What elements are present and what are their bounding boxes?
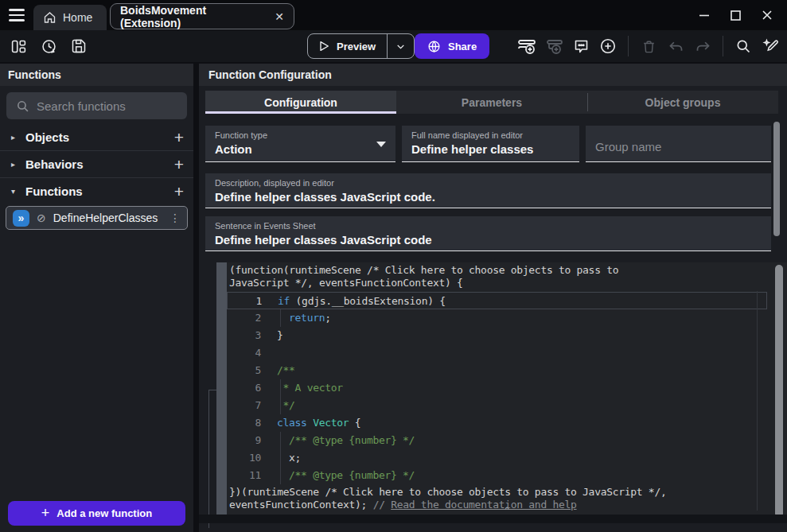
code-line-1[interactable]: 1if (gdjs.__boidsExtension) { bbox=[227, 292, 767, 309]
editor-scrollbar[interactable] bbox=[775, 265, 783, 518]
save-icon[interactable] bbox=[68, 36, 89, 56]
collapsed-arrow-icon[interactable]: ▸ bbox=[11, 133, 22, 142]
code-line-9[interactable]: 9 /** @type {number} */ bbox=[227, 432, 787, 449]
line-number: 5 bbox=[227, 362, 261, 379]
sidebar-title: Functions bbox=[8, 68, 61, 81]
configuration-form: Function type Action Full name displayed… bbox=[199, 119, 787, 259]
description-field[interactable]: Description, displayed in editor Define … bbox=[205, 173, 771, 208]
window-maximize-icon[interactable] bbox=[731, 10, 741, 21]
search-icon bbox=[16, 99, 29, 113]
tab-object-groups[interactable]: Object groups bbox=[587, 91, 778, 114]
add-new-function-button[interactable]: + Add a new function bbox=[8, 501, 185, 526]
line-number: 8 bbox=[227, 414, 261, 432]
window-controls bbox=[699, 0, 787, 30]
add-subevent-icon[interactable] bbox=[543, 36, 564, 56]
function-list-item-selected[interactable]: » ⊘ DefineHelperClasses ⋮ bbox=[6, 206, 188, 230]
functions-sidebar: Functions Search functions ▸ Objects + ▸… bbox=[0, 64, 193, 532]
function-type-select[interactable]: Function type Action bbox=[205, 126, 395, 162]
search-functions-input[interactable]: Search functions bbox=[6, 92, 187, 119]
plus-icon: + bbox=[41, 505, 50, 522]
home-icon bbox=[43, 11, 56, 24]
window-minimize-icon[interactable] bbox=[699, 10, 710, 21]
add-function-button[interactable]: + bbox=[174, 183, 184, 200]
sentence-field[interactable]: Sentence in Events Sheet Define helper c… bbox=[205, 216, 771, 251]
chevron-down-icon bbox=[395, 41, 406, 52]
indent-guide bbox=[280, 432, 281, 449]
indent-guide bbox=[280, 397, 281, 414]
preview-button-label: Preview bbox=[337, 41, 376, 52]
preview-options-button[interactable] bbox=[388, 34, 414, 58]
search-placeholder: Search functions bbox=[37, 99, 126, 113]
line-number: 4 bbox=[227, 344, 261, 362]
events-sheet-code-event: (function(runtimeScene /* Click here to … bbox=[199, 262, 787, 523]
tab-boidsmovement[interactable]: BoidsMovement (Extension) ✕ bbox=[110, 3, 294, 29]
indent-guide bbox=[280, 449, 281, 467]
add-object-button[interactable]: + bbox=[174, 129, 184, 146]
private-function-icon: ⊘ bbox=[37, 212, 46, 224]
javascript-code-editor[interactable]: (function(runtimeScene /* Click here to … bbox=[227, 262, 787, 523]
search-icon[interactable] bbox=[733, 36, 754, 56]
globe-icon bbox=[427, 40, 441, 53]
add-comment-icon[interactable] bbox=[571, 36, 591, 56]
tab-active-label: BoidsMovement (Extension) bbox=[120, 4, 267, 29]
open-panels-icon[interactable] bbox=[8, 36, 29, 56]
tab-parameters[interactable]: Parameters bbox=[396, 91, 587, 114]
tab-close-icon[interactable]: ✕ bbox=[275, 10, 284, 23]
code-line-5[interactable]: 5/** bbox=[227, 362, 787, 379]
indent-guide bbox=[280, 467, 281, 484]
code-wrapper-header[interactable]: (function(runtimeScene /* Click here to … bbox=[227, 262, 787, 289]
code-line-6[interactable]: 6 * A vector bbox=[227, 379, 787, 397]
redo-icon[interactable] bbox=[692, 36, 713, 56]
indent-guide bbox=[280, 379, 281, 397]
group-name-field[interactable]: Group name bbox=[586, 126, 771, 162]
tab-configuration[interactable]: Configuration bbox=[205, 91, 396, 114]
undo-icon[interactable] bbox=[665, 36, 686, 56]
preview-button[interactable]: Preview bbox=[308, 34, 387, 58]
sidebar-section-behaviors[interactable]: ▸ Behaviors + bbox=[0, 151, 193, 177]
window-close-icon[interactable] bbox=[762, 10, 773, 21]
kebab-menu-icon[interactable]: ⋮ bbox=[169, 212, 181, 224]
function-configuration-panel: Function Configuration Configuration Par… bbox=[199, 64, 787, 532]
delete-icon[interactable] bbox=[638, 36, 659, 56]
line-number: 3 bbox=[227, 327, 261, 344]
app-window: Home BoidsMovement (Extension) ✕ bbox=[0, 0, 787, 532]
code-lines[interactable]: 1if (gdjs.__boidsExtension) {2 return;3}… bbox=[227, 292, 787, 484]
share-button[interactable]: Share bbox=[415, 33, 489, 59]
main-menu-button[interactable] bbox=[6, 6, 27, 25]
full-name-field[interactable]: Full name displayed in editor Define hel… bbox=[402, 126, 579, 162]
code-line-3[interactable]: 3} bbox=[227, 327, 787, 344]
function-item-label: DefineHelperClasses bbox=[53, 212, 158, 224]
code-line-4[interactable]: 4 bbox=[227, 344, 787, 362]
sidebar-header: Functions bbox=[0, 64, 193, 86]
expanded-arrow-icon[interactable]: ▾ bbox=[11, 187, 22, 196]
preview-button-group: Preview bbox=[307, 33, 415, 59]
line-number: 7 bbox=[227, 397, 261, 414]
indent-guide bbox=[280, 309, 281, 327]
collapsed-arrow-icon[interactable]: ▸ bbox=[11, 160, 22, 169]
line-number: 11 bbox=[227, 467, 261, 484]
choose-event-icon[interactable] bbox=[598, 36, 618, 56]
hamburger-icon bbox=[9, 9, 25, 10]
configuration-tabs: Configuration Parameters Object groups bbox=[205, 91, 778, 114]
code-line-7[interactable]: 7 */ bbox=[227, 397, 787, 414]
edit-extension-icon[interactable] bbox=[760, 36, 781, 56]
sidebar-section-objects[interactable]: ▸ Objects + bbox=[0, 124, 193, 150]
code-line-11[interactable]: 11 /** @type {number} */ bbox=[227, 467, 787, 484]
event-drag-handle[interactable] bbox=[216, 262, 227, 523]
add-event-icon[interactable] bbox=[516, 36, 537, 56]
line-number: 6 bbox=[227, 379, 261, 397]
code-line-2[interactable]: 2 return; bbox=[227, 309, 787, 327]
code-line-10[interactable]: 10 x; bbox=[227, 449, 787, 467]
play-icon bbox=[318, 40, 330, 52]
add-behavior-button[interactable]: + bbox=[174, 156, 184, 173]
column-ruler bbox=[757, 291, 758, 511]
version-history-icon[interactable] bbox=[38, 36, 59, 56]
sidebar-section-functions[interactable]: ▾ Functions + bbox=[0, 178, 193, 204]
form-scrollbar[interactable] bbox=[773, 122, 780, 236]
code-line-8[interactable]: 8class Vector { bbox=[227, 414, 787, 432]
tab-home[interactable]: Home bbox=[33, 5, 107, 30]
function-icon: » bbox=[13, 210, 29, 227]
line-number: 1 bbox=[228, 293, 262, 309]
dropdown-arrow-icon bbox=[376, 142, 386, 147]
add-new-function-label: Add a new function bbox=[56, 507, 152, 519]
